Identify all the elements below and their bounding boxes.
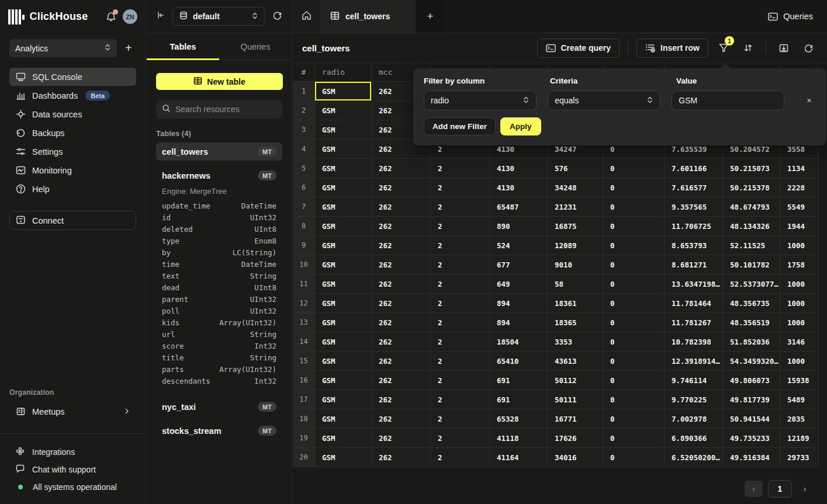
table-cell[interactable]: 50.215073 — [723, 159, 780, 178]
table-cell[interactable]: GSM — [315, 217, 372, 236]
table-cell[interactable]: 1000 — [780, 274, 819, 294]
table-cell[interactable]: 16771 — [548, 409, 603, 429]
table-cell[interactable]: 6.890366 — [665, 429, 723, 448]
table-cell[interactable]: 2 — [431, 332, 490, 352]
sidebar-item-integrations[interactable]: Integrations — [0, 443, 146, 461]
column-header[interactable]: # — [293, 63, 315, 82]
table-cell[interactable]: 12.3918914… — [665, 352, 723, 371]
table-cell[interactable]: GSM — [315, 294, 372, 313]
table-cell[interactable]: 0 — [603, 448, 665, 467]
next-page-button[interactable]: › — [797, 481, 812, 497]
table-cell[interactable]: 49.806073 — [723, 371, 780, 390]
table-cell[interactable]: 49.735233 — [723, 429, 780, 448]
table-cell[interactable]: GSM — [315, 101, 372, 120]
table-cell[interactable]: 262 — [372, 371, 431, 390]
table-cell[interactable]: 262 — [372, 313, 431, 332]
sidebar-item-dashboards[interactable]: Dashboards Beta — [9, 86, 136, 105]
table-cell[interactable]: 2 — [431, 178, 490, 197]
table-cell[interactable]: 12189 — [780, 429, 819, 448]
table-cell[interactable]: 894 — [490, 313, 548, 332]
table-cell[interactable]: 262 — [372, 255, 431, 274]
table-cell[interactable]: 524 — [490, 236, 548, 255]
table-cell[interactable]: 262 — [372, 294, 431, 313]
table-cell[interactable]: 0 — [603, 217, 665, 236]
table-cell[interactable]: 0 — [603, 313, 665, 332]
queries-button[interactable]: Queries — [768, 12, 813, 21]
table-cell[interactable]: 34016 — [548, 448, 603, 467]
sidebar-item-data-sources[interactable]: Data sources — [9, 105, 136, 123]
table-cell[interactable]: GSM — [315, 409, 372, 429]
table-cell[interactable]: 576 — [548, 159, 603, 178]
sidebar-item-help[interactable]: Help — [9, 180, 136, 198]
notifications-bell-icon[interactable] — [105, 11, 117, 23]
connect-button[interactable]: Connect — [9, 211, 136, 230]
table-cell[interactable]: 2 — [431, 159, 490, 178]
table-cell[interactable]: 15938 — [780, 371, 819, 390]
table-cell[interactable]: 58 — [548, 274, 603, 294]
table-cell[interactable]: GSM — [315, 236, 372, 255]
table-cell[interactable]: 54.3459320… — [723, 352, 780, 371]
table-cell[interactable]: 691 — [490, 390, 548, 409]
table-cell[interactable]: 649 — [490, 274, 548, 294]
table-cell[interactable]: 677 — [490, 255, 548, 274]
sort-button[interactable] — [739, 39, 757, 57]
refresh-button[interactable] — [799, 39, 818, 57]
table-cell[interactable]: 3353 — [548, 332, 603, 352]
table-cell[interactable]: 2 — [431, 352, 490, 371]
table-cell[interactable]: 262 — [372, 178, 431, 197]
table-cell[interactable]: 11.781267 — [665, 313, 723, 332]
table-cell[interactable]: 2 — [431, 255, 490, 274]
sidebar-item-chat-with-support[interactable]: Chat with support — [0, 461, 146, 478]
table-cell[interactable]: GSM — [315, 159, 372, 178]
table-cell[interactable]: 3146 — [780, 332, 819, 352]
add-new-filter-button[interactable]: Add new Filter — [424, 117, 496, 135]
refresh-tables-icon[interactable] — [272, 11, 282, 23]
table-cell[interactable]: 48.674793 — [723, 197, 780, 217]
table-cell[interactable]: 2 — [431, 236, 490, 255]
table-cell[interactable]: 0 — [603, 178, 665, 197]
table-cell[interactable]: 262 — [372, 332, 431, 352]
table-cell[interactable]: GSM — [315, 197, 372, 217]
table-cell[interactable]: 0 — [603, 371, 665, 390]
table-cell[interactable]: 6.52050200… — [665, 448, 723, 467]
table-cell[interactable]: 262 — [372, 352, 431, 371]
table-cell[interactable]: 7.601166 — [665, 159, 723, 178]
sidebar-item-settings[interactable]: Settings — [9, 142, 136, 161]
table-cell[interactable]: 50112 — [548, 371, 603, 390]
table-cell[interactable]: 262 — [372, 390, 431, 409]
table-cell[interactable]: 2 — [431, 371, 490, 390]
table-cell[interactable]: 0 — [603, 352, 665, 371]
table-cell[interactable]: GSM — [315, 332, 372, 352]
filter-button[interactable]: 1 — [714, 39, 733, 57]
table-list-item-nyc-taxi[interactable]: nyc_taxi MT — [156, 398, 282, 416]
table-cell[interactable]: 5489 — [780, 390, 819, 409]
table-cell[interactable]: 0 — [603, 159, 665, 178]
filter-value-input[interactable]: GSM — [672, 91, 784, 110]
table-cell[interactable]: 2035 — [780, 409, 819, 429]
table-cell[interactable]: 9.746114 — [665, 371, 723, 390]
table-cell[interactable]: 1000 — [780, 313, 819, 332]
table-cell[interactable]: 890 — [490, 217, 548, 236]
table-cell[interactable]: 1000 — [780, 294, 819, 313]
table-cell[interactable]: GSM — [315, 178, 372, 197]
table-cell[interactable]: 0 — [603, 429, 665, 448]
sidebar-item-meetups[interactable]: Meetups — [9, 402, 136, 420]
table-cell[interactable]: 50.941544 — [723, 409, 780, 429]
tab-queries[interactable]: Queries — [219, 33, 292, 60]
table-cell[interactable]: 9.357565 — [665, 197, 723, 217]
sidebar-item-backups[interactable]: Backups — [9, 124, 136, 142]
system-status[interactable]: All systems operational — [0, 478, 146, 496]
table-cell[interactable]: 16875 — [548, 217, 603, 236]
table-cell[interactable]: 18361 — [548, 294, 603, 313]
current-page-button[interactable]: 1 — [768, 480, 792, 498]
filter-column-select[interactable]: radio — [424, 91, 537, 110]
table-cell[interactable]: 894 — [490, 294, 548, 313]
new-table-button[interactable]: New table — [156, 73, 283, 90]
table-cell[interactable]: 1000 — [780, 352, 819, 371]
table-cell[interactable]: 2 — [431, 448, 490, 467]
table-cell[interactable]: GSM — [315, 140, 372, 159]
table-cell[interactable]: 262 — [372, 274, 431, 294]
table-cell[interactable]: 0 — [603, 390, 665, 409]
table-cell[interactable]: 29733 — [780, 448, 819, 467]
workspace-select[interactable]: Analytics — [9, 39, 117, 57]
